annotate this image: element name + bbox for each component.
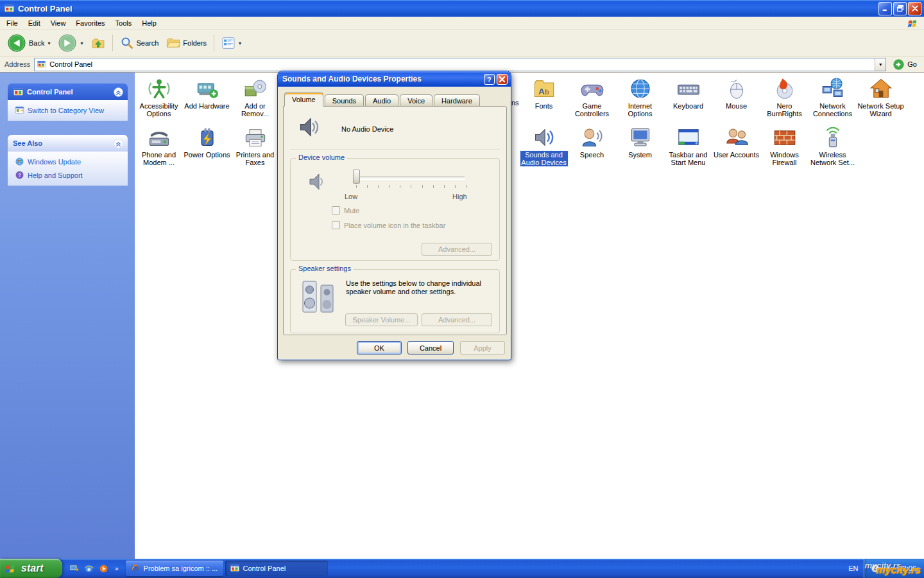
back-button[interactable]: Back ▾ bbox=[4, 32, 53, 54]
close-button[interactable] bbox=[908, 2, 921, 15]
speaker-settings-description: Use the settings below to change individ… bbox=[346, 279, 497, 296]
task-label: Control Panel bbox=[243, 565, 286, 572]
cp-item-sounds-and-audio-devices[interactable]: Sounds and Audio Devices bbox=[520, 125, 568, 173]
dialog-close-button[interactable] bbox=[497, 74, 508, 85]
cp-item-label: Internet Options bbox=[617, 102, 664, 118]
search-button[interactable]: Search bbox=[117, 35, 162, 51]
taskbar: start e » Problem sa igricom :: ...Contr… bbox=[0, 559, 924, 578]
svg-text:?: ? bbox=[487, 76, 491, 83]
link-label: Windows Update bbox=[28, 158, 81, 166]
internet-explorer-icon[interactable]: e bbox=[83, 563, 94, 574]
menu-item-view[interactable]: View bbox=[46, 17, 71, 29]
see-also-pane-header[interactable]: See Also bbox=[8, 135, 128, 152]
tab-audio[interactable]: Audio bbox=[365, 94, 398, 107]
cp-item-printers-and-faxes[interactable]: Printers and Faxes bbox=[231, 125, 279, 173]
cp-item-fonts[interactable]: AbFonts bbox=[520, 76, 568, 125]
maximize-button[interactable] bbox=[893, 2, 907, 15]
forward-dropdown-caret[interactable]: ▾ bbox=[80, 40, 83, 46]
dialog-help-button[interactable]: ? bbox=[484, 74, 495, 85]
window-titlebar[interactable]: Control Panel bbox=[0, 0, 924, 17]
tab-volume[interactable]: Volume bbox=[284, 92, 323, 107]
mute-checkbox-row[interactable]: Mute bbox=[332, 206, 359, 215]
place-volume-icon-checkbox[interactable] bbox=[332, 221, 340, 229]
up-button[interactable] bbox=[88, 35, 108, 51]
switch-to-category-view-link[interactable]: Switch to Category View bbox=[13, 103, 125, 117]
apply-button[interactable]: Apply bbox=[460, 341, 505, 355]
cp-item-keyboard[interactable]: Keyboard bbox=[664, 76, 712, 125]
cp-item-accessibility-options[interactable]: Accessibility Options bbox=[135, 76, 183, 125]
dialog-titlebar[interactable]: Sounds and Audio Devices Properties ? bbox=[278, 71, 511, 87]
cancel-button[interactable]: Cancel bbox=[407, 341, 454, 355]
cp-item-add-hardware[interactable]: Add Hardware bbox=[183, 76, 231, 125]
volume-slider-thumb[interactable] bbox=[353, 170, 360, 184]
taskbar-startmenu-icon bbox=[677, 126, 700, 149]
cp-item-phone-and-modem[interactable]: Phone and Modem ... bbox=[135, 125, 183, 173]
separator bbox=[290, 149, 500, 150]
dialog-title: Sounds and Audio Devices Properties bbox=[282, 74, 482, 83]
mute-checkbox[interactable] bbox=[332, 206, 340, 215]
cp-item-user-accounts[interactable]: User Accounts bbox=[712, 125, 760, 173]
link-label: Switch to Category View bbox=[28, 107, 104, 114]
cp-item-network-connections[interactable]: Network Connections bbox=[809, 76, 857, 125]
show-desktop-icon[interactable] bbox=[69, 563, 80, 574]
cp-item-internet-options[interactable]: Internet Options bbox=[616, 76, 664, 125]
cp-item-speech[interactable]: Speech bbox=[568, 125, 616, 173]
media-player-icon[interactable] bbox=[98, 563, 109, 574]
collapse-chevron-icon[interactable] bbox=[113, 87, 124, 98]
address-combo[interactable]: Control Panel ▾ bbox=[34, 58, 886, 71]
speaker-volume-button[interactable]: Speaker Volume... bbox=[345, 313, 418, 326]
cp-item-windows-firewall[interactable]: Windows Firewall bbox=[760, 125, 809, 173]
cp-item-nero-burnrights[interactable]: Nero BurnRights bbox=[760, 76, 809, 125]
speaker-settings-advanced-button[interactable]: Advanced... bbox=[422, 313, 492, 326]
cp-item-network-setup-wizard[interactable]: Network Setup Wizard bbox=[857, 76, 905, 125]
toolbar: Back ▾ ▾ Search Folders ▾ bbox=[0, 30, 924, 57]
tab-voice[interactable]: Voice bbox=[400, 94, 432, 107]
device-volume-advanced-button[interactable]: Advanced... bbox=[422, 243, 492, 256]
cp-item-power-options[interactable]: Power Options bbox=[183, 125, 231, 173]
folders-icon bbox=[166, 36, 180, 50]
address-dropdown-button[interactable]: ▾ bbox=[875, 58, 886, 71]
menu-item-tools[interactable]: Tools bbox=[110, 17, 137, 29]
forward-button[interactable]: ▾ bbox=[55, 32, 86, 54]
language-indicator[interactable]: EN bbox=[843, 565, 864, 572]
tab-hardware[interactable]: Hardware bbox=[434, 94, 480, 107]
views-icon bbox=[221, 36, 235, 50]
control-panel-icon bbox=[4, 3, 15, 14]
back-dropdown-caret[interactable]: ▾ bbox=[47, 40, 50, 46]
folders-button[interactable]: Folders bbox=[163, 35, 210, 51]
place-volume-icon-checkbox-row[interactable]: Place volume icon in the taskbar bbox=[332, 221, 445, 229]
views-dropdown-caret[interactable]: ▾ bbox=[239, 40, 241, 46]
start-button[interactable]: start bbox=[0, 559, 62, 578]
help-and-support-link[interactable]: ?Help and Support bbox=[13, 168, 125, 182]
volume-slider-track[interactable] bbox=[355, 177, 465, 180]
back-label: Back bbox=[29, 39, 44, 47]
task-button-problem-sa-igricom[interactable]: Problem sa igricom :: ... bbox=[126, 561, 223, 576]
cp-item-taskbar-and-start-menu[interactable]: Taskbar and Start Menu bbox=[664, 125, 712, 173]
quick-launch-overflow[interactable]: » bbox=[112, 565, 121, 572]
task-button-control-panel[interactable]: Control Panel bbox=[225, 561, 328, 576]
views-button[interactable]: ▾ bbox=[218, 35, 244, 51]
cp-item-add-or-remov[interactable]: Add or Remov... bbox=[231, 76, 279, 125]
cp-item-system[interactable]: System bbox=[616, 125, 664, 173]
cp-item-wireless-network-set[interactable]: Wireless Network Set... bbox=[809, 125, 857, 173]
cp-item-game-controllers[interactable]: Game Controllers bbox=[568, 76, 616, 125]
menu-item-favorites[interactable]: Favorites bbox=[71, 17, 110, 29]
menu-items: FileEditViewFavoritesToolsHelp bbox=[1, 17, 907, 29]
cp-item-mouse[interactable]: Mouse bbox=[712, 76, 760, 125]
see-also-pane: See Also Windows Update?Help and Support bbox=[8, 135, 128, 186]
go-button[interactable]: Go bbox=[890, 58, 922, 71]
menu-item-file[interactable]: File bbox=[1, 17, 23, 29]
cp-item-label: Accessibility Options bbox=[135, 102, 183, 118]
menu-item-edit[interactable]: Edit bbox=[23, 17, 46, 29]
windows-update-link[interactable]: Windows Update bbox=[13, 155, 125, 168]
collapse-chevron-icon[interactable] bbox=[113, 138, 124, 149]
tab-sounds[interactable]: Sounds bbox=[325, 94, 364, 107]
ok-button[interactable]: OK bbox=[357, 341, 402, 355]
speech-icon bbox=[581, 126, 604, 149]
speaker-muted-icon bbox=[307, 171, 328, 192]
control-panel-pane-header[interactable]: Control Panel bbox=[8, 83, 128, 100]
cp-item-label: Fonts bbox=[535, 102, 553, 110]
cp-item-label: Power Options bbox=[184, 151, 230, 159]
menu-item-help[interactable]: Help bbox=[137, 17, 162, 29]
minimize-button[interactable] bbox=[878, 2, 892, 15]
